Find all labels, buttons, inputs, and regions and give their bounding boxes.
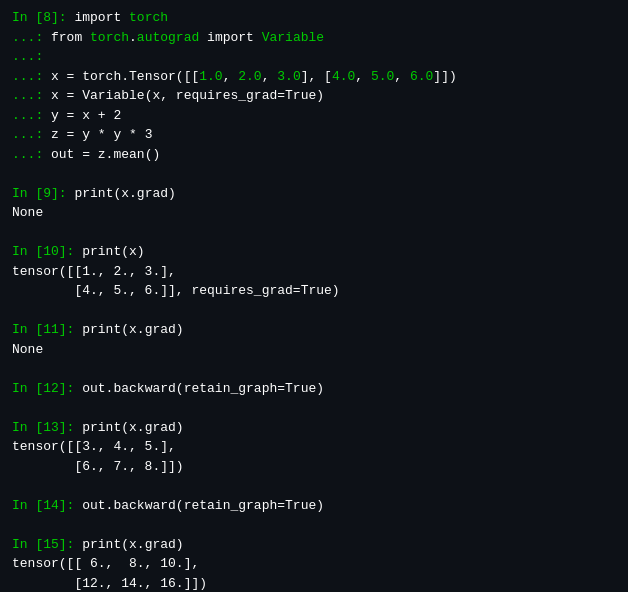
line: In [9]: print(x.grad) [12, 184, 616, 204]
line [12, 223, 616, 243]
code-output: In [8]: import torch...: from torch.auto… [12, 8, 616, 592]
line: In [13]: print(x.grad) [12, 418, 616, 438]
line: None [12, 203, 616, 223]
line: [12., 14., 16.]]) [12, 574, 616, 593]
line: In [14]: out.backward(retain_graph=True) [12, 496, 616, 516]
line: In [12]: out.backward(retain_graph=True) [12, 379, 616, 399]
line [12, 476, 616, 496]
line: tensor([[ 6., 8., 10.], [12, 554, 616, 574]
line: In [10]: print(x) [12, 242, 616, 262]
line [12, 398, 616, 418]
line: [6., 7., 8.]]) [12, 457, 616, 477]
line: ...: from torch.autograd import Variable [12, 28, 616, 48]
line: None [12, 340, 616, 360]
line: tensor([[1., 2., 3.], [12, 262, 616, 282]
line: In [11]: print(x.grad) [12, 320, 616, 340]
line: ...: y = x + 2 [12, 106, 616, 126]
line: tensor([[3., 4., 5.], [12, 437, 616, 457]
line [12, 359, 616, 379]
line [12, 301, 616, 321]
line: ...: [12, 47, 616, 67]
line: ...: z = y * y * 3 [12, 125, 616, 145]
line: ...: x = Variable(x, requires_grad=True) [12, 86, 616, 106]
line: ...: x = torch.Tensor([[1.0, 2.0, 3.0], … [12, 67, 616, 87]
line: In [15]: print(x.grad) [12, 535, 616, 555]
line [12, 515, 616, 535]
line: In [8]: import torch [12, 8, 616, 28]
line: ...: out = z.mean() [12, 145, 616, 165]
line: [4., 5., 6.]], requires_grad=True) [12, 281, 616, 301]
line [12, 164, 616, 184]
